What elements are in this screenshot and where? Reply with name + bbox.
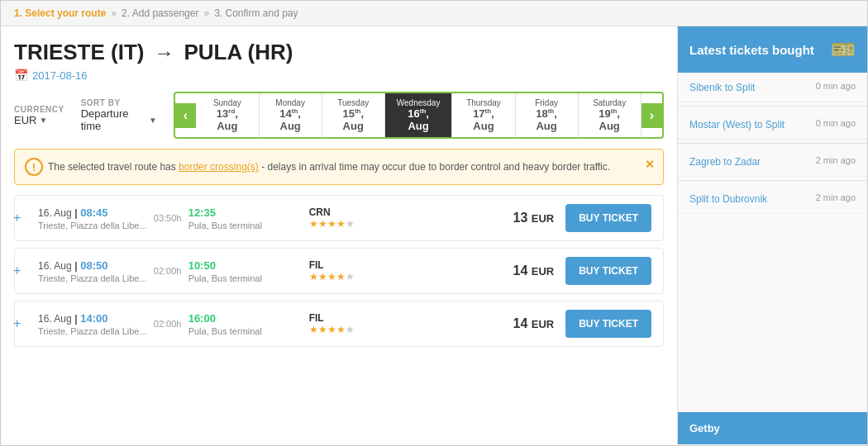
date-navigation: ‹ Sunday 13rd, Aug Monday 14th, Aug Tues… bbox=[174, 92, 664, 139]
duration-2: 02:00h bbox=[147, 266, 188, 276]
route-header: TRIESTE (IT) → PULA (HR) bbox=[14, 40, 664, 65]
currency-dropdown[interactable]: EUR ▼ bbox=[14, 114, 64, 126]
route-name-2: Mostar (West) to Split bbox=[689, 119, 785, 130]
ticket-list: + 16. Aug | 08:45 Trieste, Piazza della … bbox=[14, 195, 664, 347]
destination-1: Pula, Bus terminal bbox=[188, 221, 296, 230]
depart-time-2: 08:50 bbox=[80, 259, 107, 272]
date-next-button[interactable]: › bbox=[641, 103, 662, 128]
date-item-thu[interactable]: Thursday 17th, Aug bbox=[452, 93, 515, 137]
price-2: 14 EUR bbox=[375, 263, 566, 278]
rating-2: ★★★★★ bbox=[309, 271, 375, 282]
border-crossing-link[interactable]: border crossing(s) bbox=[179, 161, 259, 173]
currency-label: CURRENCY bbox=[14, 105, 64, 114]
list-item[interactable]: Split to Dubrovnik 2 min ago bbox=[678, 184, 867, 214]
arrive-time-1: 12:35 bbox=[188, 206, 296, 219]
route-date-display: 📅 2017-08-16 bbox=[14, 69, 664, 82]
destination-3: Pula, Bus terminal bbox=[188, 326, 296, 336]
divider bbox=[678, 143, 867, 144]
latest-tickets-header: Latest tickets bought 🎫 bbox=[678, 26, 867, 73]
sep2: » bbox=[203, 7, 209, 19]
route-name-4: Split to Dubrovnik bbox=[689, 193, 767, 205]
destination-city: PULA (HR) bbox=[184, 40, 293, 65]
buy-ticket-button-3[interactable]: BUY TICKET bbox=[565, 310, 651, 338]
duration-1: 03:50h bbox=[147, 213, 188, 223]
sep1: » bbox=[111, 7, 117, 19]
table-row: + 16. Aug | 08:45 Trieste, Piazza della … bbox=[14, 195, 664, 241]
date-item-mon[interactable]: Monday 14th, Aug bbox=[260, 93, 322, 137]
add-row-button-1[interactable]: + bbox=[13, 211, 21, 225]
destination-2: Pula, Bus terminal bbox=[188, 273, 296, 283]
arrive-time-3: 16:00 bbox=[188, 312, 296, 325]
origin-city: TRIESTE (IT) bbox=[14, 40, 144, 65]
right-panel: Latest tickets bought 🎫 Sibenik to Split… bbox=[677, 26, 867, 444]
divider bbox=[678, 180, 867, 181]
list-item[interactable]: Sibenik to Split 0 min ago bbox=[678, 73, 867, 102]
latest-tickets-title: Latest tickets bought bbox=[689, 43, 814, 57]
buy-ticket-button-1[interactable]: BUY TICKET bbox=[565, 204, 651, 232]
getby-text: Getby bbox=[689, 422, 720, 434]
operator-1: CRN bbox=[309, 206, 375, 218]
add-row-button-3[interactable]: + bbox=[13, 316, 21, 331]
date-prev-button[interactable]: ‹ bbox=[175, 103, 196, 128]
price-3: 14 EUR bbox=[375, 316, 566, 331]
date-item-sun[interactable]: Sunday 13rd, Aug bbox=[196, 93, 259, 137]
buy-ticket-button-2[interactable]: BUY TICKET bbox=[565, 257, 651, 285]
table-row: + 16. Aug | 14:00 Trieste, Piazza della … bbox=[14, 301, 664, 347]
time-ago-4: 2 min ago bbox=[816, 192, 856, 202]
route-name-1: Sibenik to Split bbox=[689, 82, 755, 93]
add-row-button-2[interactable]: + bbox=[13, 263, 21, 278]
arrive-time-2: 10:50 bbox=[188, 259, 296, 272]
main-layout: TRIESTE (IT) → PULA (HR) 📅 2017-08-16 CU… bbox=[1, 26, 867, 444]
sort-dropdown[interactable]: Departure time ▼ bbox=[81, 107, 157, 132]
warning-text-before: The selected travel route has bbox=[48, 161, 179, 173]
latest-ticket-list: Sibenik to Split 0 min ago Mostar (West)… bbox=[678, 73, 867, 412]
depart-date-2: 16. Aug bbox=[38, 260, 72, 272]
sort-control: SORT BY Departure time ▼ bbox=[81, 98, 157, 132]
route-date-value: 2017-08-16 bbox=[32, 69, 88, 82]
list-item[interactable]: Mostar (West) to Split 0 min ago bbox=[678, 110, 867, 140]
date-item-sat[interactable]: Saturday 19th, Aug bbox=[579, 93, 641, 137]
sort-chevron-icon: ▼ bbox=[149, 116, 157, 125]
sort-label: SORT BY bbox=[81, 98, 157, 107]
currency-control: CURRENCY EUR ▼ bbox=[14, 105, 64, 126]
origin-2: Trieste, Piazza della Libe... bbox=[38, 273, 147, 283]
depart-date-3: 16. Aug bbox=[38, 313, 72, 325]
warning-text-after: - delays in arrival time may occur due t… bbox=[261, 161, 610, 173]
time-ago-3: 2 min ago bbox=[816, 155, 856, 165]
divider bbox=[678, 106, 867, 107]
getby-banner: Getby bbox=[678, 412, 867, 444]
warning-banner: ! The selected travel route has border c… bbox=[14, 149, 664, 185]
origin-1: Trieste, Piazza della Libe... bbox=[38, 221, 147, 230]
step2-label: 2. Add passenger bbox=[122, 7, 198, 19]
table-row: + 16. Aug | 08:50 Trieste, Piazza della … bbox=[14, 248, 664, 294]
route-name-3: Zagreb to Zadar bbox=[689, 156, 761, 168]
warning-icon: ! bbox=[25, 158, 43, 176]
rating-3: ★★★★★ bbox=[309, 324, 375, 335]
currency-chevron-icon: ▼ bbox=[39, 116, 47, 125]
warning-close-button[interactable]: ✕ bbox=[645, 156, 655, 173]
date-item-fri[interactable]: Friday 18th, Aug bbox=[516, 93, 579, 137]
date-item-tue[interactable]: Tuesday 15th, Aug bbox=[322, 93, 385, 137]
price-1: 13 EUR bbox=[375, 211, 566, 225]
calendar-icon: 📅 bbox=[14, 69, 28, 82]
time-ago-2: 0 min ago bbox=[816, 118, 856, 128]
depart-time-3: 14:00 bbox=[80, 312, 107, 325]
step1-label: 1. Select your route bbox=[14, 7, 106, 19]
list-item[interactable]: Zagreb to Zadar 2 min ago bbox=[678, 147, 867, 177]
operator-2: FIL bbox=[309, 259, 375, 271]
origin-3: Trieste, Piazza della Libe... bbox=[38, 326, 147, 336]
duration-3: 02:00h bbox=[147, 319, 188, 329]
route-arrow: → bbox=[154, 41, 174, 64]
step3-label: 3. Confirm and pay bbox=[214, 7, 298, 19]
breadcrumb: 1. Select your route » 2. Add passenger … bbox=[1, 1, 867, 26]
operator-3: FIL bbox=[309, 312, 375, 324]
date-item-wed[interactable]: Wednesday 16th, Aug bbox=[385, 93, 453, 137]
left-panel: TRIESTE (IT) → PULA (HR) 📅 2017-08-16 CU… bbox=[1, 26, 677, 444]
rating-1: ★★★★★ bbox=[309, 218, 375, 230]
depart-time-1: 08:45 bbox=[80, 206, 107, 219]
app-container: 1. Select your route » 2. Add passenger … bbox=[0, 0, 868, 446]
time-ago-1: 0 min ago bbox=[816, 81, 856, 91]
depart-date-1: 16. Aug bbox=[38, 207, 72, 219]
ticket-icon: 🎫 bbox=[831, 38, 856, 61]
